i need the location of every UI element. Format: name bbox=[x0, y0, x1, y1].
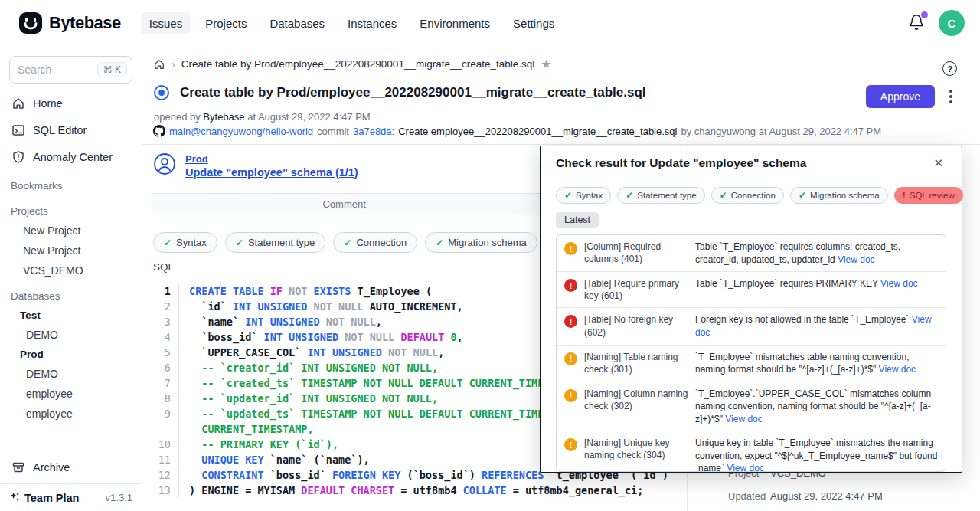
approve-button[interactable]: Approve bbox=[866, 85, 935, 108]
line-number: 6 bbox=[152, 360, 179, 375]
check-result-modal: Check result for Update "employee" schem… bbox=[540, 146, 962, 473]
sidebar-item-sql-editor[interactable]: SQL Editor bbox=[0, 116, 142, 143]
topnav-item-databases[interactable]: Databases bbox=[261, 12, 333, 34]
check-pill-statement-type[interactable]: ✓Statement type bbox=[617, 187, 704, 204]
line-number: 10 bbox=[152, 437, 179, 452]
finding-row: ![Column] Required columns (401)Table `T… bbox=[557, 235, 946, 272]
topnav-item-projects[interactable]: Projects bbox=[197, 12, 255, 34]
sidebar-item-prod[interactable]: Prod bbox=[0, 345, 142, 364]
plan-badge[interactable]: Team Plan bbox=[9, 492, 79, 504]
notifications-bell-icon[interactable] bbox=[908, 14, 926, 32]
topnav-item-instances[interactable]: Instances bbox=[339, 12, 405, 34]
top-nav-items: IssuesProjectsDatabasesInstancesEnvironm… bbox=[141, 12, 563, 34]
finding-rule-title: [Naming] Column naming check (302) bbox=[584, 388, 688, 426]
commit-by: by changyuwong at August 29, 2022 4:47 P… bbox=[681, 126, 881, 137]
view-doc-link[interactable]: View doc bbox=[695, 314, 932, 338]
details-row-updated: UpdatedAugust 29, 2022 4:47 PM bbox=[728, 490, 969, 502]
finding-rule-title: [Naming] Table naming check (301) bbox=[584, 351, 688, 376]
close-icon[interactable]: ✕ bbox=[930, 155, 946, 172]
search-input[interactable] bbox=[18, 64, 83, 76]
sidebar-item-test[interactable]: Test bbox=[0, 306, 142, 325]
finding-rule-title: [Table] No foreign key (602) bbox=[584, 313, 688, 339]
check-icon: ✓ bbox=[164, 237, 172, 248]
breadcrumb-path[interactable]: Create table by Prod/employee__202208290… bbox=[181, 58, 535, 70]
sidebar-item-anomaly-center[interactable]: Anomaly Center bbox=[0, 143, 142, 170]
check-pill-syntax[interactable]: ✓Syntax bbox=[153, 232, 217, 253]
latest-tab[interactable]: Latest bbox=[556, 212, 599, 228]
sidebar-item-demo[interactable]: DEMO bbox=[0, 364, 142, 384]
plan-label: Team Plan bbox=[24, 492, 79, 504]
check-pill-label: Connection bbox=[731, 191, 776, 200]
details-label: Updated bbox=[728, 490, 770, 502]
help-icon[interactable]: ? bbox=[942, 61, 957, 76]
sidebar-sections: BookmarksProjectsNew ProjectNew ProjectV… bbox=[0, 170, 142, 424]
topnav-item-issues[interactable]: Issues bbox=[141, 12, 191, 34]
home-icon[interactable] bbox=[153, 58, 165, 70]
line-number: 11 bbox=[152, 452, 179, 467]
sidebar-item-label: SQL Editor bbox=[33, 124, 87, 136]
view-doc-link[interactable]: View doc bbox=[878, 278, 918, 289]
vcs-branch-link[interactable]: main@changyuwong/hello-world bbox=[169, 126, 313, 137]
check-pill-label: Statement type bbox=[637, 191, 696, 200]
view-doc-link[interactable]: View doc bbox=[724, 463, 764, 472]
check-pill-connection[interactable]: ✓Connection bbox=[711, 187, 784, 204]
sidebar-item-demo[interactable]: DEMO bbox=[0, 325, 142, 345]
sidebar-item-employee[interactable]: employee bbox=[0, 384, 142, 404]
finding-row: ![Table] No foreign key (602)Foreign key… bbox=[557, 308, 946, 345]
sidebar-item-new-project[interactable]: New Project bbox=[0, 221, 142, 241]
check-pill-syntax[interactable]: ✓Syntax bbox=[556, 187, 611, 204]
bookmark-star-icon[interactable]: ★ bbox=[541, 57, 551, 71]
sidebar-item-home[interactable]: Home bbox=[0, 90, 142, 116]
check-pill-migration-schema[interactable]: ✓Migration schema bbox=[790, 187, 888, 204]
user-avatar[interactable]: C bbox=[939, 10, 965, 36]
line-number: 13 bbox=[152, 483, 179, 498]
brand-name: Bytebase bbox=[49, 13, 121, 33]
sidebar-nav: HomeSQL EditorAnomaly Center bbox=[0, 90, 142, 170]
more-actions-icon[interactable] bbox=[946, 87, 956, 106]
stage-section: Prod Update "employee" schema (1/1) bbox=[153, 152, 358, 179]
warning-icon: ! bbox=[564, 389, 577, 402]
sql-section-label: SQL bbox=[153, 261, 174, 273]
sidebar-item-archive[interactable]: Archive bbox=[0, 453, 142, 483]
check-pill-statement-type[interactable]: ✓Statement type bbox=[225, 232, 326, 253]
finding-rule-title: [Column] Required columns (401) bbox=[584, 241, 688, 266]
error-icon: ! bbox=[564, 279, 577, 292]
check-pill-label: Migration schema bbox=[448, 237, 527, 248]
sidebar-item-employee[interactable]: employee bbox=[0, 404, 142, 424]
warning-icon: ! bbox=[564, 438, 577, 451]
check-pill-connection[interactable]: ✓Connection bbox=[333, 232, 417, 253]
assignee-avatar-icon bbox=[153, 152, 176, 175]
view-doc-link[interactable]: View doc bbox=[835, 254, 875, 265]
finding-rule-title: [Table] Require primary key (601) bbox=[584, 277, 688, 302]
error-icon: ! bbox=[564, 315, 577, 328]
bytebase-logo[interactable]: Bytebase bbox=[18, 11, 121, 35]
stage-task-link[interactable]: Update "employee" schema (1/1) bbox=[185, 166, 358, 179]
warning-icon: ! bbox=[564, 352, 577, 365]
code-line: 13) ENGINE = MYISAM DEFAULT CHARSET = ut… bbox=[152, 483, 687, 498]
check-pill-migration-schema[interactable]: ✓Migration schema bbox=[425, 232, 537, 253]
commit-hash-link[interactable]: 3a7e8da: bbox=[353, 126, 394, 137]
sparkles-icon bbox=[9, 492, 21, 503]
check-icon: ✓ bbox=[236, 237, 243, 248]
sidebar-section-bookmarks: Bookmarks bbox=[0, 170, 142, 195]
issue-opened-meta: opened by Bytebase at August 29, 2022 4:… bbox=[154, 111, 371, 123]
topnav-item-environments[interactable]: Environments bbox=[411, 12, 498, 34]
sidebar-item-vcs-demo[interactable]: VCS_DEMO bbox=[0, 260, 142, 280]
finding-row: ![Table] Require primary key (601)Table … bbox=[557, 272, 946, 308]
view-doc-link[interactable]: View doc bbox=[876, 364, 916, 375]
archive-icon bbox=[11, 460, 25, 474]
check-icon: ✓ bbox=[626, 190, 633, 201]
breadcrumb: › Create table by Prod/employee__2022082… bbox=[153, 57, 552, 71]
finding-row: ![Naming] Table naming check (301)`T_Emp… bbox=[557, 346, 946, 382]
finding-description: Foreign key is not allowed in the table … bbox=[695, 313, 938, 339]
sidebar-section-databases: Databases bbox=[0, 280, 142, 306]
topnav-item-settings[interactable]: Settings bbox=[505, 12, 563, 34]
stage-environment-link[interactable]: Prod bbox=[185, 153, 358, 165]
view-doc-link[interactable]: View doc bbox=[723, 414, 763, 424]
search-box[interactable]: ⌘ K bbox=[9, 56, 132, 84]
github-icon bbox=[153, 125, 165, 137]
line-number bbox=[152, 421, 179, 437]
home-icon bbox=[11, 97, 25, 110]
check-pill-sql-review[interactable]: !SQL review bbox=[894, 187, 963, 204]
sidebar-item-new-project[interactable]: New Project bbox=[0, 241, 142, 260]
